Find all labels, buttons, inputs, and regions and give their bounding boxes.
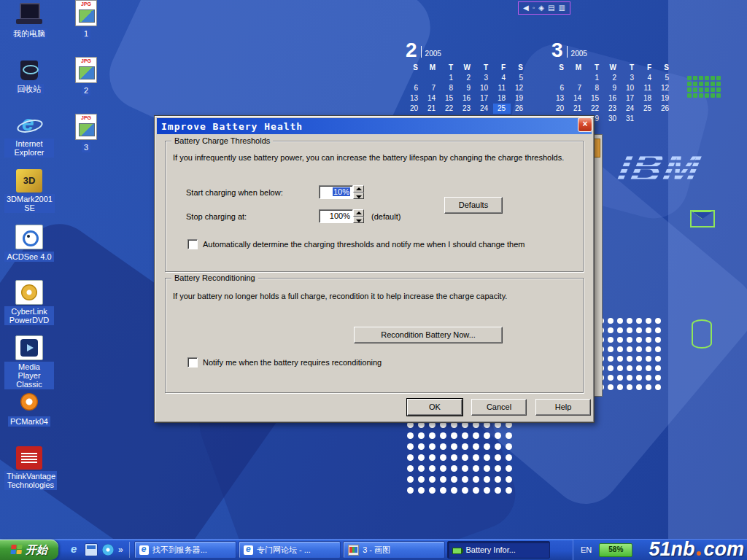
start-button[interactable]: 开始 xyxy=(0,540,58,560)
desktop-icon-jpg-file[interactable]: 1 xyxy=(67,0,105,57)
dot xyxy=(462,476,468,483)
dot xyxy=(627,356,632,362)
jpg-file-icon xyxy=(75,114,97,140)
desktop-quick-icon[interactable] xyxy=(85,543,98,556)
calendar-day: 4 xyxy=(639,73,657,83)
taskbar-task-1[interactable]: 专门网论坛 - ... xyxy=(239,541,341,559)
dot xyxy=(429,432,436,439)
dot xyxy=(608,327,614,333)
calendar-day-header: F xyxy=(493,63,511,73)
dot xyxy=(608,365,614,371)
calendar-day-header: S xyxy=(657,63,674,73)
desktop-icon-internet-explorer[interactable]: Internet Explorer xyxy=(4,114,54,169)
desktop-icon-thinkvantage[interactable]: ThinkVantage Technologies xyxy=(4,446,54,502)
desktop-icon-acdsee[interactable]: ACDSee 4.0 xyxy=(4,225,54,280)
ie-quick-icon[interactable] xyxy=(69,544,80,556)
desktop-icon-threedmark[interactable]: 3DMark2001 SE xyxy=(4,169,54,225)
dot xyxy=(506,487,512,494)
dot xyxy=(429,465,436,472)
task-label: 专门网论坛 - ... xyxy=(257,545,311,556)
calendar-day xyxy=(423,73,441,83)
start-threshold-input[interactable]: 10% xyxy=(319,185,353,199)
jpg-file-icon xyxy=(75,57,97,83)
calendar-day-header: W xyxy=(458,63,476,73)
desktop-icon-jpg-file[interactable]: 3 xyxy=(67,114,105,171)
calendar-month: 3 xyxy=(551,41,563,60)
calendar-day-header: T xyxy=(476,63,493,73)
taskbar-task-3[interactable]: Battery Infor... xyxy=(447,541,549,559)
help-button[interactable]: Help xyxy=(535,399,591,416)
desktop-icon-label: ThinkVantage Technologies xyxy=(4,471,57,490)
calendar-day: 22 xyxy=(587,104,604,114)
paint-icon xyxy=(348,545,359,556)
desktop-icon-label: ACDSee 4.0 xyxy=(4,252,53,262)
dot xyxy=(473,432,479,439)
dot xyxy=(495,432,501,439)
taskbar-task-2[interactable]: 3 - 画图 xyxy=(343,541,445,559)
language-indicator[interactable]: EN xyxy=(581,545,592,554)
spin-down-button[interactable] xyxy=(353,217,364,224)
ie-page-icon xyxy=(139,545,149,555)
dot xyxy=(484,443,490,450)
dot xyxy=(495,487,501,494)
media-player-classic-icon xyxy=(15,335,43,360)
auto-determine-checkbox[interactable] xyxy=(187,239,198,249)
dot xyxy=(608,384,614,390)
dot-pattern-big xyxy=(407,421,512,494)
calendar-day-header: T xyxy=(587,63,604,73)
dot xyxy=(646,327,651,333)
calendar-day: 16 xyxy=(604,93,622,104)
desktop-icon-pcmark[interactable]: PCMark04 xyxy=(4,391,54,446)
dot xyxy=(636,346,642,352)
close-button[interactable]: × xyxy=(578,117,592,132)
recondition-battery-button[interactable]: Recondition Battery Now... xyxy=(354,327,503,343)
spin-up-button[interactable] xyxy=(353,209,364,217)
calendar-day: 2 xyxy=(604,73,622,83)
cancel-button[interactable]: Cancel xyxy=(471,399,527,416)
my-computer-icon xyxy=(16,3,42,26)
thresholds-description: If you infrequently use battery power, y… xyxy=(173,153,564,162)
calendar-day: 9 xyxy=(458,83,476,93)
calendar-day: 11 xyxy=(639,83,657,93)
dot xyxy=(440,476,446,483)
desktop-icon-powerdvd[interactable]: CyberLink PowerDVD xyxy=(4,280,54,335)
dot xyxy=(451,443,457,450)
calendar-title: 2 2005 xyxy=(406,41,530,60)
desktop-icon-label: 我的电脑 xyxy=(11,28,47,39)
spin-down-button[interactable] xyxy=(353,192,364,200)
defaults-button[interactable]: Defaults xyxy=(444,197,503,214)
dot xyxy=(473,454,479,461)
wallpaper-right-panel xyxy=(668,0,747,560)
battery-tray-indicator[interactable]: 58% xyxy=(599,543,632,557)
stop-threshold-input[interactable]: 100% xyxy=(319,209,353,223)
calendar-separator xyxy=(567,46,568,58)
calendar-separator xyxy=(421,46,422,58)
quick-launch-chevron-icon[interactable]: » xyxy=(118,545,123,555)
dot xyxy=(451,476,457,483)
desktop-icon-media-player-classic[interactable]: Media Player Classic xyxy=(4,335,54,391)
calendar-day: 19 xyxy=(511,93,528,104)
dot xyxy=(506,432,512,439)
notify-reconditioning-checkbox[interactable] xyxy=(187,357,198,368)
powerdvd-icon xyxy=(15,280,43,305)
desktop-icon-recycle-bin[interactable]: 回收站 xyxy=(4,58,54,114)
dialog-titlebar[interactable]: Improve Battery Health xyxy=(157,118,592,134)
calendar-day: 10 xyxy=(476,83,493,93)
calendar-day xyxy=(406,73,423,83)
calendar-day: 15 xyxy=(587,93,604,104)
calendar-day: 3 xyxy=(622,73,639,83)
desktop-icon-jpg-file[interactable]: 2 xyxy=(67,57,105,114)
desktop-icon-label: CyberLink PowerDVD xyxy=(4,306,54,325)
start-button-label: 开始 xyxy=(26,543,47,557)
spin-up-button[interactable] xyxy=(353,185,364,192)
desktop-icon-my-computer[interactable]: 我的电脑 xyxy=(4,3,54,58)
media-quick-icon[interactable] xyxy=(102,544,114,556)
calendar-day: 9 xyxy=(604,83,622,93)
list-icon: ▥ xyxy=(558,4,565,12)
ok-button[interactable]: OK xyxy=(407,399,462,416)
taskbar-task-0[interactable]: 找不到服务器... xyxy=(134,541,236,559)
calendar-day: 1 xyxy=(441,73,458,83)
dot xyxy=(440,432,446,439)
dot xyxy=(636,356,642,362)
calendar-day: 18 xyxy=(639,93,657,104)
